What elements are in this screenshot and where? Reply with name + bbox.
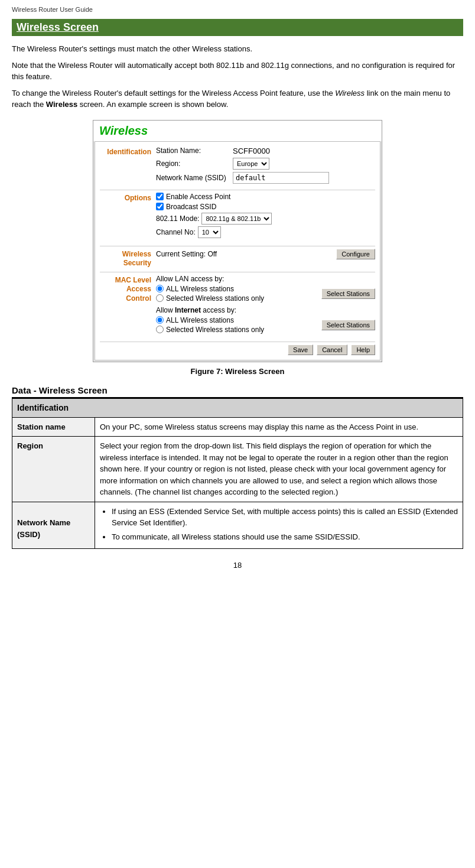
table-row: Region Select your region from the drop-… [12, 437, 463, 502]
lan-all-radio[interactable] [156, 285, 164, 292]
current-setting-label: Current Setting: Off [156, 250, 217, 258]
station-name-field: Station name [12, 417, 95, 437]
channel-select[interactable]: 10 [198, 226, 221, 238]
station-name-row: Station Name: SCFF0000 [156, 147, 375, 155]
options-row: Options Enable Access Point Broadcast SS… [100, 193, 375, 242]
lan-selected-radio-row: Selected Wireless stations only [156, 294, 321, 303]
identification-group-header: Identification [12, 398, 463, 417]
help-button[interactable]: Help [351, 344, 375, 355]
data-table: Identification Station name On your PC, … [12, 398, 463, 550]
region-row: Region: Europe [156, 158, 375, 170]
mac-label: MAC Level Access Control [100, 275, 156, 304]
enable-ap-row: Enable Access Point [156, 193, 375, 201]
enable-ap-label: Enable Access Point [166, 193, 230, 201]
ssid-input[interactable] [233, 172, 329, 184]
region-label: Region: [156, 160, 233, 168]
internet-select-btn-container: Select Stations [321, 320, 375, 331]
wireless-figure: Wireless Identification Station Name: SC… [12, 120, 463, 376]
internet-all-radio[interactable] [156, 316, 164, 324]
ws-header-title: Wireless [99, 124, 148, 137]
section-title: Wireless Screen [12, 19, 463, 36]
lan-selected-radio[interactable] [156, 294, 164, 302]
mac-row: MAC Level Access Control Allow LAN acces… [100, 275, 375, 337]
security-current-row: Current Setting: Off Configure [156, 249, 375, 259]
select-stations-internet-button[interactable]: Select Stations [321, 320, 375, 330]
enable-ap-checkbox[interactable] [156, 193, 164, 200]
security-fields: Current Setting: Off Configure [156, 249, 375, 262]
ssid-field: Network Name (SSID) [12, 502, 95, 549]
internet-selected-radio[interactable] [156, 326, 164, 333]
lan-access-label: Allow LAN access by: [156, 275, 375, 283]
ssid-bullet-list: If using an ESS (Extended Service Set, w… [100, 506, 458, 543]
region-field: Region [12, 437, 95, 502]
internet-all-radio-row: ALL Wireless stations [156, 316, 321, 324]
lan-all-row: ALL Wireless stations Selected Wireless … [156, 285, 375, 304]
region-description: Select your region from the drop-down li… [95, 437, 463, 502]
list-item: To communicate, all Wireless stations sh… [112, 531, 458, 543]
intro-para2: Note that the Wireless Router will autom… [12, 60, 463, 83]
mode-row: 802.11 Mode: 802.11g & 802.11b [156, 213, 375, 225]
mode-select[interactable]: 802.11g & 802.11b [201, 213, 272, 225]
lan-access-group: Allow LAN access by: ALL Wireless statio… [156, 275, 375, 304]
ws-header: Wireless [93, 121, 382, 141]
bottom-buttons: Save Cancel Help [100, 342, 375, 355]
channel-label: Channel No: [156, 228, 196, 236]
options-fields: Enable Access Point Broadcast SSID 802.1… [156, 193, 375, 240]
security-label: Wireless Security [100, 249, 156, 268]
ws-content: Identification Station Name: SCFF0000 Re… [95, 141, 380, 360]
page-number: 18 [12, 561, 463, 570]
station-name-label: Station Name: [156, 147, 233, 155]
intro-para3: To change the Wireless Router's default … [12, 87, 463, 110]
lan-all-label: ALL Wireless stations [166, 285, 234, 293]
save-button[interactable]: Save [288, 344, 313, 355]
data-section-title: Data - Wireless Screen [12, 385, 463, 398]
internet-access-label: Allow Internet access by: [156, 306, 375, 314]
internet-selected-label: Selected Wireless stations only [166, 326, 264, 334]
cancel-button[interactable]: Cancel [317, 344, 347, 355]
broadcast-ssid-checkbox[interactable] [156, 203, 164, 210]
broadcast-ssid-label: Broadcast SSID [166, 203, 216, 211]
ssid-label: Network Name (SSID) [156, 174, 233, 182]
ssid-row: Network Name (SSID) [156, 172, 375, 184]
table-row: Network Name (SSID) If using an ESS (Ext… [12, 502, 463, 549]
lan-selected-label: Selected Wireless stations only [166, 294, 264, 303]
internet-selected-radio-row: Selected Wireless stations only [156, 326, 321, 334]
internet-all-row: ALL Wireless stations Selected Wireless … [156, 316, 375, 335]
intro-para1: The Wireless Router's settings must matc… [12, 43, 463, 55]
wireless-screen-box: Wireless Identification Station Name: SC… [93, 120, 382, 362]
station-name-value: SCFF0000 [233, 147, 270, 155]
configure-button[interactable]: Configure [336, 249, 375, 259]
internet-all-label: ALL Wireless stations [166, 316, 234, 324]
mac-fields: Allow LAN access by: ALL Wireless statio… [156, 275, 375, 337]
figure-caption: Figure 7: Wireless Screen [191, 367, 285, 376]
identification-row: Identification Station Name: SCFF0000 Re… [100, 147, 375, 186]
page-header: Wireless Router User Guide [12, 6, 463, 13]
security-row: Wireless Security Current Setting: Off C… [100, 249, 375, 268]
lan-select-btn-container: Select Stations [321, 288, 375, 300]
broadcast-ssid-row: Broadcast SSID [156, 203, 375, 211]
header-title: Wireless Router User Guide [12, 6, 93, 13]
channel-row: Channel No: 10 [156, 226, 375, 238]
table-row: Station name On your PC, some Wireless s… [12, 417, 463, 437]
identification-label: Identification [100, 147, 156, 156]
region-select[interactable]: Europe [233, 158, 269, 170]
lan-all-radio-row: ALL Wireless stations [156, 285, 321, 293]
internet-access-group: Allow Internet access by: ALL Wireless s… [156, 306, 375, 335]
options-label: Options [100, 193, 156, 202]
mode-label: 802.11 Mode: [156, 214, 199, 223]
list-item: If using an ESS (Extended Service Set, w… [112, 506, 458, 529]
identification-fields: Station Name: SCFF0000 Region: Europe Ne… [156, 147, 375, 186]
select-stations-lan-button[interactable]: Select Stations [321, 288, 375, 299]
ssid-description: If using an ESS (Extended Service Set, w… [95, 502, 463, 549]
station-name-description: On your PC, some Wireless status screens… [95, 417, 463, 437]
